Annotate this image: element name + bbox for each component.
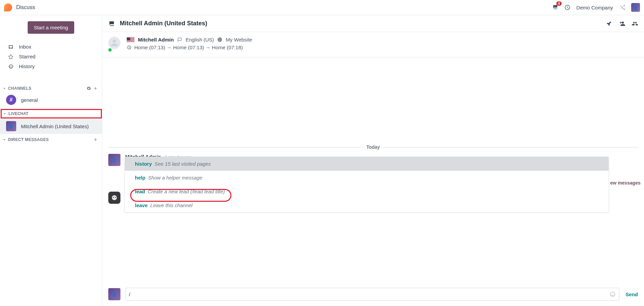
svg-point-0: [112, 195, 117, 200]
avatar-icon: 👤: [6, 121, 16, 131]
svg-point-1: [113, 197, 114, 198]
svg-point-4: [612, 294, 612, 294]
emoji-icon[interactable]: [610, 291, 616, 297]
livechat-item-label: Mitchell Admin (United States): [21, 123, 89, 129]
visitor-avatar: [108, 37, 120, 49]
user-avatar[interactable]: 👤: [631, 3, 640, 12]
message-row: [108, 192, 120, 204]
channel-label: general: [21, 97, 38, 103]
channel-general[interactable]: # general: [0, 93, 102, 107]
command-option-leave[interactable]: leave Leave this channel: [125, 198, 609, 212]
messages-badge: 4: [556, 1, 562, 6]
sidebar-item-inbox[interactable]: Inbox: [0, 42, 102, 52]
history-icon: [127, 45, 132, 50]
section-title: DIRECT MESSAGES: [8, 137, 91, 142]
sidebar-item-label: Inbox: [19, 44, 31, 50]
svg-point-5: [613, 294, 614, 294]
svg-point-2: [115, 197, 116, 198]
chat-body: Today 👤 Mitchell Admin4 minutes ago ew m…: [102, 57, 644, 306]
main-content: Mitchell Admin (United States) Mitchell …: [102, 15, 644, 306]
avatar-icon: 👤: [108, 154, 120, 166]
sidebar-item-label: History: [19, 63, 35, 69]
livechat-item[interactable]: 👤 Mitchell Admin (United States): [0, 118, 102, 134]
pin-icon[interactable]: [606, 21, 612, 27]
chat-title: Mitchell Admin (United States): [120, 20, 207, 27]
chevron-down-icon: [2, 111, 7, 116]
app-logo: [4, 3, 12, 11]
gear-icon[interactable]: [86, 86, 91, 91]
add-user-icon[interactable]: [619, 21, 625, 27]
star-icon: [8, 54, 13, 59]
visitor-info: Mitchell Admin English (US) My Website H…: [102, 32, 644, 57]
avatar-icon: 👤: [108, 288, 120, 300]
composer-row: 👤 Send: [108, 288, 638, 301]
start-meeting-button[interactable]: Start a meeting: [28, 21, 74, 34]
sidebar: Start a meeting Inbox Starred History CH…: [0, 15, 102, 306]
company-name[interactable]: Demo Company: [577, 5, 613, 10]
flag-us-icon: [127, 37, 135, 43]
date-label: Today: [366, 144, 380, 150]
sidebar-item-label: Starred: [19, 54, 35, 59]
app-title: Discuss: [16, 4, 35, 10]
section-title: LIVECHAT: [8, 111, 28, 116]
command-popup: history See 15 last visited pages help S…: [124, 157, 609, 213]
send-button[interactable]: Send: [625, 291, 638, 297]
shuffle-icon[interactable]: [619, 4, 625, 10]
message-composer[interactable]: [125, 288, 619, 301]
presence-dot: [108, 48, 112, 52]
visitor-lang: English (US): [186, 37, 214, 43]
chat-icon: [108, 20, 115, 27]
topbar-right: 4 Demo Company 👤: [552, 3, 640, 12]
speech-icon: [177, 37, 182, 42]
livechat-header[interactable]: LIVECHAT: [1, 109, 102, 118]
svg-point-3: [611, 292, 615, 297]
plus-icon[interactable]: [93, 86, 98, 91]
visitor-name: Mitchell Admin: [138, 37, 174, 43]
chevron-down-icon: [2, 137, 7, 142]
inbox-icon: [8, 44, 13, 50]
plus-icon[interactable]: [93, 137, 98, 142]
command-option-lead[interactable]: lead Create a new lead (/lead lead title…: [125, 185, 609, 198]
clock-icon[interactable]: [564, 4, 570, 10]
command-option-history[interactable]: history See 15 last visited pages: [125, 157, 609, 171]
command-option-help[interactable]: help Show a helper message: [125, 171, 609, 185]
hash-icon: #: [6, 95, 16, 105]
members-icon[interactable]: [632, 21, 638, 27]
globe-icon: [217, 37, 222, 42]
history-icon: [8, 64, 13, 69]
bot-avatar-icon: [108, 192, 120, 204]
sidebar-item-history[interactable]: History: [0, 61, 102, 71]
visitor-history: Home (07:13) → Home (07:13) → Home (07:1…: [134, 45, 243, 50]
message-input[interactable]: [129, 291, 610, 297]
sidebar-item-starred[interactable]: Starred: [0, 52, 102, 61]
topbar: Discuss 4 Demo Company 👤: [0, 0, 644, 15]
messages-indicator[interactable]: 4: [552, 4, 558, 11]
new-messages-label[interactable]: ew messages: [610, 180, 641, 186]
section-title: CHANNELS: [8, 86, 84, 91]
channels-header[interactable]: CHANNELS: [0, 83, 102, 93]
visitor-site: My Website: [226, 37, 252, 43]
dm-header[interactable]: DIRECT MESSAGES: [0, 134, 102, 144]
chat-header: Mitchell Admin (United States): [102, 15, 644, 32]
date-separator: Today: [108, 144, 638, 150]
chevron-down-icon: [2, 86, 7, 91]
